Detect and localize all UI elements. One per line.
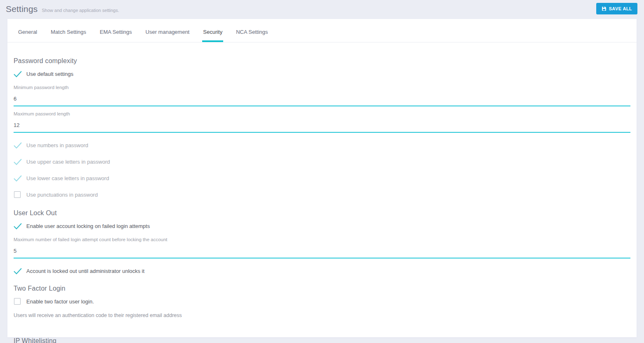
checkbox-icon — [14, 298, 22, 305]
checkbox-label: Use upper case letters in password — [26, 159, 110, 165]
checkbox-label: Use lower case letters in password — [26, 175, 109, 181]
checkbox-use-punctuations[interactable]: Use punctuations in password — [14, 191, 630, 199]
max-password-length-input[interactable] — [14, 116, 630, 133]
settings-tab-bar: General Match Settings EMA Settings User… — [7, 19, 637, 42]
max-failed-attempts-label: Maximum number of failed login attempt c… — [14, 237, 630, 242]
settings-card: General Match Settings EMA Settings User… — [7, 19, 637, 337]
checkbox-enable-two-factor[interactable]: Enable two factor user login. — [14, 298, 630, 305]
section-title-password-complexity: Password complexity — [14, 57, 630, 65]
tab-general[interactable]: General — [17, 29, 38, 42]
checkbox-label: Use punctuations in password — [26, 192, 98, 198]
two-factor-hint: Users will receive an authentication cod… — [14, 312, 630, 318]
tab-user-management[interactable]: User management — [145, 29, 190, 42]
tab-nca-settings[interactable]: NCA Settings — [235, 29, 268, 42]
checkbox-use-numbers[interactable]: Use numbers in password — [14, 141, 630, 149]
min-password-length-group: Minimum password length — [14, 85, 630, 106]
checkbox-icon — [14, 174, 22, 182]
checkbox-label: Use default settings — [26, 71, 73, 77]
checkbox-admin-unlock[interactable]: Account is locked out until administrato… — [14, 267, 630, 275]
checkbox-icon — [14, 141, 22, 149]
page-title: Settings — [6, 4, 37, 14]
tab-ema-settings[interactable]: EMA Settings — [99, 29, 133, 42]
checkbox-label: Use numbers in password — [26, 142, 88, 148]
page-subtitle: Show and change application settings. — [42, 8, 119, 13]
checkbox-label: Enable two factor user login. — [26, 298, 94, 305]
checkbox-icon — [14, 222, 22, 230]
min-password-length-input[interactable] — [14, 90, 630, 106]
min-password-length-label: Minimum password length — [14, 85, 630, 90]
checkbox-use-lowercase[interactable]: Use lower case letters in password — [14, 174, 630, 182]
checkbox-enable-account-locking[interactable]: Enable user account locking on failed lo… — [14, 222, 630, 230]
section-title-two-factor-login: Two Factor Login — [14, 285, 630, 292]
checkbox-icon — [14, 191, 22, 199]
checkbox-use-default-settings[interactable]: Use default settings — [14, 70, 630, 78]
max-failed-attempts-input[interactable] — [14, 242, 630, 258]
max-failed-attempts-group: Maximum number of failed login attempt c… — [14, 237, 630, 258]
tab-match-settings[interactable]: Match Settings — [50, 29, 87, 42]
save-icon — [602, 6, 607, 11]
save-all-button[interactable]: SAVE ALL — [596, 3, 637, 14]
security-tab-content: Password complexity Use default settings… — [7, 57, 637, 343]
checkbox-icon — [14, 158, 22, 166]
section-title-user-lock-out: User Lock Out — [14, 209, 630, 217]
checkbox-use-uppercase[interactable]: Use upper case letters in password — [14, 158, 630, 166]
checkbox-label: Enable user account locking on failed lo… — [26, 223, 150, 229]
save-all-button-label: SAVE ALL — [609, 6, 632, 11]
checkbox-icon — [14, 267, 22, 275]
max-password-length-label: Maximum password length — [14, 111, 630, 116]
page-header: Settings Show and change application set… — [0, 0, 644, 19]
section-title-ip-whitelisting: IP Whitelisting — [14, 337, 630, 343]
tab-security[interactable]: Security — [202, 29, 223, 42]
max-password-length-group: Maximum password length — [14, 111, 630, 133]
checkbox-label: Account is locked out until administrato… — [26, 268, 145, 274]
checkbox-icon — [14, 70, 22, 78]
